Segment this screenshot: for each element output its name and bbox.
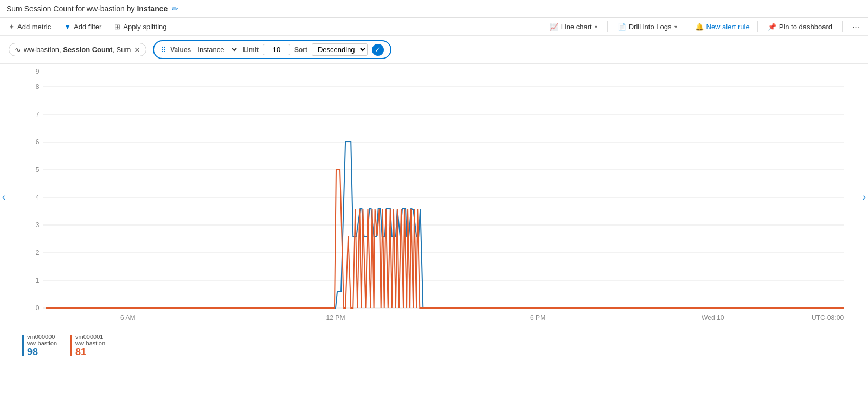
svg-text:0: 0: [36, 304, 40, 312]
new-alert-rule-button[interactable]: 🔔 New alert rule: [695, 23, 750, 31]
toolbar: ✦ Add metric ▼ Add filter ⊞ Apply splitt…: [0, 18, 868, 36]
add-metric-button[interactable]: ✦ Add metric: [7, 22, 53, 32]
legend-item-vm000000: vm000000 ww-bastion 98: [22, 333, 57, 358]
toolbar-divider-1: [607, 21, 608, 32]
apply-splitting-button[interactable]: ⊞ Apply splitting: [112, 22, 169, 32]
svg-text:1: 1: [36, 277, 40, 284]
chart-svg: 0 1 2 3 4 5 6 7 8 9 6 AM 12 PM 6 PM Wed …: [13, 64, 855, 330]
chart-nav-right-button[interactable]: ›: [863, 191, 866, 203]
page-title: Sum Session Count for ww-bastion by Inst…: [7, 4, 168, 13]
edit-title-icon[interactable]: ✏: [172, 4, 178, 13]
chart-svg-container: 0 1 2 3 4 5 6 7 8 9 6 AM 12 PM 6 PM Wed …: [13, 64, 855, 330]
chart-line-vm000001: [46, 170, 844, 308]
remove-metric-button[interactable]: ✕: [134, 46, 140, 54]
legend-name2-vm000000: ww-bastion: [27, 340, 57, 346]
chart-area: ‹ › 0 1 2 3: [0, 64, 868, 330]
title-bar: Sum Session Count for ww-bastion by Inst…: [0, 0, 868, 18]
line-chart-button[interactable]: 📈 Line chart ▾: [548, 22, 600, 32]
svg-text:9: 9: [36, 68, 40, 75]
apply-splitting-icon: ⊞: [114, 23, 120, 31]
legend-color-vm000001: [70, 335, 72, 356]
legend-name1-vm000000: vm000000: [27, 333, 57, 340]
toolbar-divider-2: [687, 21, 687, 32]
line-chart-icon: 📈: [550, 23, 558, 31]
apply-splitting-label: Apply splitting: [123, 23, 166, 31]
drill-logs-button[interactable]: 📄 Drill into Logs ▾: [615, 22, 679, 32]
new-alert-label: New alert rule: [706, 23, 750, 31]
svg-text:12 PM: 12 PM: [326, 314, 345, 322]
svg-text:5: 5: [36, 166, 40, 174]
chart-nav-left-button[interactable]: ‹: [2, 191, 5, 203]
pin-dashboard-button[interactable]: 📌 Pin to dashboard: [766, 22, 834, 32]
legend-info-vm000000: vm000000 ww-bastion 98: [27, 333, 57, 358]
toolbar-right: 📈 Line chart ▾ 📄 Drill into Logs ▾ 🔔 New…: [548, 21, 861, 32]
limit-label: Limit: [243, 46, 259, 54]
legend-value-vm000001: 81: [75, 346, 105, 358]
pin-label: Pin to dashboard: [779, 23, 832, 31]
add-metric-icon: ✦: [9, 23, 15, 31]
drill-logs-icon: 📄: [618, 23, 626, 31]
legend-name1-vm000001: vm000001: [75, 333, 105, 340]
more-options-icon: ⋯: [852, 23, 859, 31]
drill-logs-label: Drill into Logs: [629, 23, 672, 31]
drill-logs-chevron: ▾: [674, 24, 677, 30]
split-dots-icon: ⠿: [160, 46, 166, 54]
checkmark-icon: ✓: [375, 46, 381, 54]
svg-text:6 PM: 6 PM: [530, 314, 545, 322]
wave-icon: ∿: [15, 46, 21, 54]
line-chart-label: Line chart: [561, 23, 592, 31]
toolbar-divider-3: [757, 21, 758, 32]
values-dropdown[interactable]: Instance: [195, 45, 239, 54]
svg-text:8: 8: [36, 83, 40, 91]
svg-text:UTC-08:00: UTC-08:00: [812, 314, 844, 322]
add-filter-icon: ▼: [64, 23, 71, 31]
add-filter-button[interactable]: ▼ Add filter: [62, 22, 104, 32]
toolbar-divider-4: [842, 21, 843, 32]
title-area: Sum Session Count for ww-bastion by Inst…: [7, 4, 178, 13]
legend-name2-vm000001: ww-bastion: [75, 340, 105, 346]
add-metric-label: Add metric: [17, 23, 51, 31]
legend-item-vm000001: vm000001 ww-bastion 81: [70, 333, 105, 358]
sort-label: Sort: [294, 46, 307, 54]
svg-text:Wed 10: Wed 10: [702, 314, 724, 322]
split-config-panel: ⠿ Values Instance Limit Sort Ascending D…: [153, 40, 391, 59]
limit-input[interactable]: [263, 44, 290, 55]
legend-color-vm000000: [22, 335, 24, 356]
values-label: Values: [170, 46, 191, 54]
svg-text:2: 2: [36, 249, 40, 256]
pin-icon: 📌: [768, 23, 776, 31]
legend-value-vm000000: 98: [27, 346, 57, 358]
svg-text:4: 4: [36, 194, 40, 201]
splitting-area: ∿ ww-bastion, Session Count, Sum ✕ ⠿ Val…: [0, 36, 868, 64]
svg-text:3: 3: [36, 221, 40, 229]
new-alert-icon: 🔔: [695, 23, 704, 31]
line-chart-chevron: ▾: [595, 24, 597, 30]
more-options-button[interactable]: ⋯: [850, 22, 861, 32]
metric-text: ww-bastion, Session Count, Sum: [24, 46, 131, 54]
toolbar-left: ✦ Add metric ▼ Add filter ⊞ Apply splitt…: [7, 22, 539, 32]
confirm-split-button[interactable]: ✓: [372, 44, 384, 56]
sort-dropdown[interactable]: Ascending Descending: [312, 43, 368, 56]
svg-text:7: 7: [36, 111, 40, 118]
add-filter-label: Add filter: [74, 23, 101, 31]
svg-text:6 AM: 6 AM: [120, 314, 136, 322]
svg-text:6: 6: [36, 138, 40, 146]
title-bold: Instance: [137, 4, 168, 13]
legend-info-vm000001: vm000001 ww-bastion 81: [75, 333, 105, 358]
legend-area: vm000000 ww-bastion 98 vm000001 ww-basti…: [0, 330, 868, 361]
metric-pill: ∿ ww-bastion, Session Count, Sum ✕: [9, 43, 146, 56]
